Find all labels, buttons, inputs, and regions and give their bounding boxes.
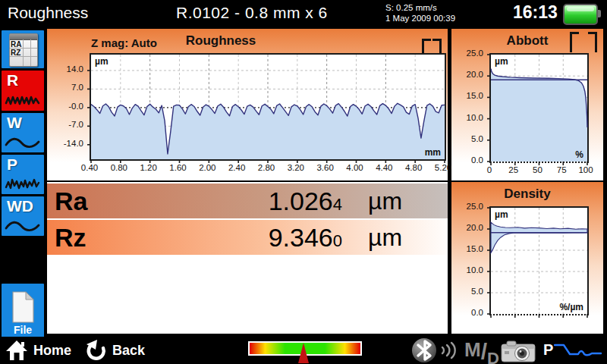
- y-axis-unit: µm: [95, 56, 109, 67]
- top-status-bar: Roughness R.0102 - 0.8 mm x 6 S: 0.25 mm…: [0, 0, 607, 28]
- y-tick-label: 15.0: [450, 91, 483, 100]
- speed-label: S: 0.25 mm/s: [385, 2, 455, 13]
- density-plot[interactable]: µm %/µm: [489, 206, 589, 315]
- waviness-profile-icon: [5, 136, 41, 150]
- camera-icon[interactable]: [501, 340, 536, 362]
- y-axis-unit: µm: [495, 56, 508, 67]
- abbott-plot[interactable]: µm %: [489, 53, 589, 163]
- density-title: Density: [451, 187, 603, 202]
- parameter-value: 1.0264: [153, 187, 342, 216]
- measurement-settings[interactable]: R.0102 - 0.8 mm x 6: [176, 4, 328, 22]
- back-button[interactable]: Back: [85, 339, 145, 362]
- x-tick-label: 4.00: [341, 163, 370, 172]
- x-tick-label: 3.60: [311, 163, 340, 172]
- x-tick-label: 100: [571, 165, 600, 174]
- abbott-chart-panel[interactable]: Abbott µm % 25.020.015.010.05.00.0025507…: [451, 29, 603, 180]
- parameter-value: 9.3460: [153, 223, 342, 253]
- wd-profile-icon: [5, 220, 41, 234]
- fullscreen-bracket-icon[interactable]: [570, 32, 597, 50]
- file-label: File: [14, 324, 32, 336]
- device-screen: Roughness R.0102 - 0.8 mm x 6 S: 0.25 mm…: [0, 0, 607, 364]
- home-button[interactable]: Home: [5, 339, 71, 362]
- result-row-rz[interactable]: Rz 9.3460 µm: [47, 220, 448, 255]
- roughness-profile-icon: [5, 95, 41, 108]
- profile-waveform-icon[interactable]: [554, 343, 602, 358]
- sidebar-item-results-table[interactable]: RARZ: [2, 30, 44, 68]
- primary-profile-icon: [5, 178, 41, 192]
- y-tick-label: -0.0: [50, 102, 83, 111]
- sidebar: RARZ R W P WD: [0, 28, 46, 337]
- x-tick-label: 0.40: [75, 163, 104, 172]
- density-chart-panel[interactable]: Density µm %/µm 25.020.015.010.05.00.0: [451, 182, 603, 334]
- x-axis-unit: %/µm: [559, 302, 583, 312]
- home-icon: [5, 339, 29, 362]
- file-icon: [11, 291, 35, 323]
- x-axis-unit: %: [575, 149, 583, 160]
- speed-datetime: S: 0.25 mm/s 1 May 2009 00:39: [385, 2, 455, 24]
- roughness-chart-title: Roughness: [47, 33, 395, 49]
- x-tick-label: 1.20: [134, 163, 163, 172]
- x-tick-label: 1.60: [164, 163, 193, 172]
- y-tick-label: 5.0: [450, 287, 483, 296]
- y-tick-label: 14.0: [50, 64, 83, 74]
- x-tick-label: 2.40: [222, 163, 251, 172]
- results-panel: Ra 1.0264 µm Rz 9.3460 µm: [47, 182, 448, 334]
- y-tick-label: -7.0: [50, 120, 83, 129]
- parameter-name: Rz: [47, 223, 153, 253]
- x-tick-label: 3.20: [281, 163, 310, 172]
- battery-icon: [563, 4, 598, 25]
- sidebar-item-wd-profile[interactable]: WD: [2, 196, 44, 236]
- sidebar-item-roughness[interactable]: R: [2, 71, 44, 111]
- bottom-toolbar: Home Back M/D: [0, 337, 607, 364]
- y-tick-label: -14.0: [50, 139, 83, 148]
- x-tick-label: 2.00: [193, 163, 222, 172]
- back-icon: [85, 339, 108, 362]
- x-tick-label: 4.40: [370, 163, 398, 172]
- y-tick-label: 0.0: [450, 308, 483, 317]
- memory-display-toggle[interactable]: M/D: [464, 338, 499, 364]
- y-tick-label: 15.0: [450, 244, 483, 253]
- datetime-label: 1 May 2009 00:39: [385, 13, 455, 24]
- sidebar-item-waviness[interactable]: W: [2, 113, 44, 152]
- profile-mode-label[interactable]: P: [543, 341, 553, 359]
- bluetooth-status[interactable]: [412, 338, 456, 362]
- fullscreen-bracket-icon[interactable]: [422, 39, 442, 52]
- results-table-icon: RARZ: [9, 33, 38, 67]
- y-tick-label: 25.0: [450, 49, 483, 58]
- roughness-plot[interactable]: µm mm: [90, 53, 446, 161]
- y-tick-label: 5.0: [450, 134, 483, 143]
- sidebar-item-file[interactable]: File: [2, 284, 44, 337]
- clock: 16:13: [513, 2, 558, 23]
- x-axis-unit: mm: [425, 147, 441, 158]
- parameter-name: Ra: [47, 187, 153, 216]
- y-tick-label: 25.0: [450, 202, 483, 211]
- page-title: Roughness: [8, 4, 88, 22]
- y-tick-label: 7.0: [50, 83, 83, 92]
- y-axis-unit: µm: [495, 209, 508, 220]
- parameter-unit: µm: [342, 224, 448, 252]
- y-tick-label: 10.0: [450, 265, 483, 275]
- result-row-ra[interactable]: Ra 1.0264 µm: [47, 184, 448, 218]
- bluetooth-icon: [412, 338, 436, 362]
- x-tick-label: 4.80: [399, 163, 428, 172]
- y-tick-label: 10.0: [450, 113, 483, 122]
- y-tick-label: 20.0: [450, 223, 483, 232]
- signal-waves-icon: [441, 340, 456, 361]
- y-tick-label: 0.0: [450, 155, 483, 165]
- x-tick-label: 0.80: [105, 163, 134, 172]
- y-tick-label: 20.0: [450, 70, 483, 79]
- indicator-needle-icon: [298, 343, 309, 363]
- roughness-chart-panel[interactable]: Z mag: Auto Roughness µm mm 14.07.0-0.0-…: [47, 29, 448, 180]
- sidebar-item-primary-profile[interactable]: P: [2, 155, 44, 194]
- parameter-unit: µm: [342, 187, 448, 215]
- x-tick-label: 2.80: [252, 163, 281, 172]
